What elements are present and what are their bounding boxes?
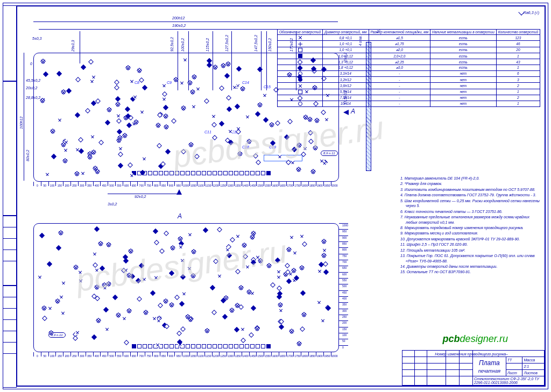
note-item: 5. Шаг координатной сетки — 0,25 мм. Рис… [400,198,540,209]
drill-mark [258,258,263,263]
drill-header: Обозначение отверстий [278,30,323,35]
dim-5-label: 5±0,3 [32,37,41,40]
drill-row: 1,0 +0,122,0×2,0есть1 [278,53,540,59]
drill-header: Диаметр отверстий, мм [323,30,369,35]
lbl-29: 29±0,3 [71,40,75,52]
note-item: 11. Шрифт 2,5 – Пр3 ГОСТ 26.020-80. [400,242,540,247]
ruler-bot-y: 0501001502002503003504004505005506006507… [339,223,348,351]
drill-mark [225,61,231,67]
dim-200 [33,22,338,22]
left-margin-box-1 [3,5,17,82]
drill-row: 1,0 +0,1⌀2,0есть20 [278,47,540,53]
drill-row: 3,1H14-нет6 [278,70,540,76]
left-margin-box-2 [3,81,17,216]
drill-row: 10H14-нет1 [278,101,540,106]
title-block: Платапечатная ТТМасса 2:1 ЛистЛистов Сте… [402,350,545,386]
note-item: 1. Материал-заменитель DE 104 (FR-4)-2,0… [400,176,540,181]
note-item: 6. Класс точности печатной платы — 3 ГОС… [400,209,540,214]
note-item: 15. Остальные ТТ по ОСТ В3Р.7090-91. [400,269,540,274]
drill-mark [169,302,174,308]
balloon-top: 8,9 п.11 [321,151,338,156]
technical-notes: 1. Материал-заменитель DE 104 (FR-4)-2,0… [379,176,540,275]
drill-row: 3,2H12-нет3 [278,77,540,83]
drill-row: 5,5H14-нет1 [278,89,540,95]
drill-header: Количество отверстий [496,30,540,35]
drill-mark [40,59,46,64]
url-watermark: pcbdesigner.ru [443,333,508,345]
drill-mark [190,273,196,279]
note-item: 10. Допускается маркировать краской ЭКПУ… [400,237,540,241]
left-margin-box-4 [3,285,17,388]
drill-row: 0,8 +0,1⌀1,5есть123 [278,35,540,41]
ruler-top-x: 0501001502002503003504004505005506006507… [33,182,338,186]
dip-row-top [132,171,271,175]
note-item: 14. Диаметры отверстий даны после металл… [400,264,540,269]
drill-row: 1,3 +0,12⌀2,25есть43 [278,59,540,65]
drill-mark [321,253,327,258]
drill-row: 7,5H14-нет2 [278,95,540,101]
note-item: 12. Площадь металлизации 105 см². [400,248,540,253]
section-arrow-up [176,189,182,195]
drill-row: 3,6H12-нет2 [278,83,540,89]
drill-row: 1,8 +0,12⌀3,0есть1 [278,65,540,71]
note-item: 9. Маркировать месяц и год изготовления. [400,231,540,236]
connector-outline [264,155,302,161]
drill-header: Размер контактной площадки, мм [369,30,430,35]
dim-200-label: 200h12 [172,16,185,20]
drill-row: 1,0 +0,1⌀1,75есть46 [278,41,540,47]
note-item: 2. *Размер для справок. [400,181,540,186]
drill-mark [61,89,66,95]
dim-100 [24,53,24,181]
section-letter-bottom: А [178,212,182,220]
dip-row-bot [132,344,271,348]
note-item: 3. Изготовить комбинированным позитивным… [400,187,540,192]
drill-mark [55,298,60,304]
drill-table: Обозначение отверстийДиаметр отверстий, … [277,29,540,107]
note-item: 4. Плата должна соответствовать ГОСТ 237… [400,193,540,197]
dim-190-label: 190±0,2 [172,24,186,27]
note-item: 13. Покрытие Гор. ПОС 61. Допускается по… [400,253,540,263]
drill-mark [204,328,210,333]
note-item: 8. Маркировать порядковый номер изменени… [400,225,540,230]
drill-mark [62,158,68,163]
section-letter-side: А [351,108,355,115]
witness-29 [80,31,80,63]
left-margin-box-3 [3,215,17,286]
surface-finish-symbol: Ra6,3 (√) [519,10,539,15]
ruler-bot-x: 0501001502002503003504004505005506006507… [33,352,338,357]
note-item: 7. Неуказанные предельные отклонения раз… [400,215,540,225]
drill-header: Наличие металлизации в отверстии [430,30,497,35]
